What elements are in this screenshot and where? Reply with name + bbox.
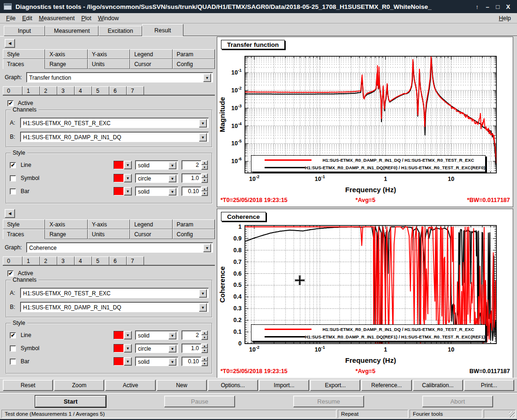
zoom-button[interactable]: Zoom <box>54 380 104 391</box>
symbol-color-select[interactable]: ▼ <box>114 344 132 353</box>
subtab-cursor[interactable]: Cursor <box>130 229 172 239</box>
active-checkbox[interactable]: ✔ <box>8 270 14 277</box>
bar-style-select[interactable]: solid▼ <box>135 357 178 366</box>
subtab-range[interactable]: Range <box>45 229 87 239</box>
export-button[interactable]: Export... <box>310 380 360 391</box>
line-width-stepper[interactable]: 2▲▼ <box>182 330 208 340</box>
line-style-select[interactable]: solid▼ <box>135 330 178 340</box>
panel-collapse-button[interactable]: ◀ <box>5 39 15 48</box>
transfer-function-plot-canvas[interactable]: 10-210-111010-110-210-310-410-510-6Frequ… <box>217 37 514 208</box>
spin-up-icon[interactable]: ▲ <box>201 344 208 348</box>
menu-window[interactable]: Window <box>95 14 122 22</box>
channel-b-select[interactable]: H1:SUS-ETMX_R0_DAMP_R_IN1_DQ ▼ <box>20 302 209 312</box>
chevron-down-icon[interactable]: ▼ <box>124 161 132 169</box>
trace-tab-7[interactable]: 7 <box>127 256 144 265</box>
chevron-down-icon[interactable]: ▼ <box>168 358 176 366</box>
trace-tab-3[interactable]: 3 <box>57 86 75 95</box>
reference-button[interactable]: Reference... <box>361 380 411 391</box>
trace-tab-0[interactable]: 0 <box>3 256 23 265</box>
new-button[interactable]: New <box>157 380 207 391</box>
resize-grip[interactable] <box>509 412 515 417</box>
spin-down-icon[interactable]: ▼ <box>201 178 208 183</box>
symbol-size-stepper[interactable]: 1.0▲▼ <box>182 344 208 353</box>
line-color-select[interactable]: ▼ <box>114 160 132 170</box>
chevron-down-icon[interactable]: ▼ <box>124 174 132 182</box>
subtab-param[interactable]: Param <box>173 49 215 59</box>
subtab-units[interactable]: Units <box>88 59 130 69</box>
active-checkbox[interactable]: ✔ <box>8 100 14 106</box>
tab-result[interactable]: Result <box>142 24 183 36</box>
symbol-style-select[interactable]: circle▼ <box>135 173 178 183</box>
line-width-stepper[interactable]: 2▲▼ <box>182 160 208 170</box>
graph-select[interactable]: Coherence ▼ <box>26 242 213 253</box>
symbol-color-select[interactable]: ▼ <box>114 173 132 183</box>
subtab-param[interactable]: Param <box>173 219 215 229</box>
symbol-checkbox[interactable] <box>10 345 16 352</box>
trace-tab-6[interactable]: 6 <box>109 256 127 265</box>
chevron-down-icon[interactable]: ▼ <box>199 303 207 312</box>
subtab-style[interactable]: Style <box>3 219 45 229</box>
menu-file[interactable]: File <box>3 14 19 22</box>
options-button[interactable]: Options... <box>208 380 258 391</box>
coherence-plot-canvas[interactable]: 10-210-111010.90.80.70.60.50.40.30.20.10… <box>217 209 514 379</box>
subtab-y-axis[interactable]: Y-axis <box>88 49 130 59</box>
chevron-down-icon[interactable]: ▼ <box>203 244 211 252</box>
line-style-select[interactable]: solid▼ <box>135 160 178 170</box>
trace-tab-5[interactable]: 5 <box>92 86 109 95</box>
tab-excitation[interactable]: Excitation <box>99 26 142 36</box>
subtab-config[interactable]: Config <box>173 229 215 239</box>
trace-tab-2[interactable]: 2 <box>40 86 57 95</box>
spin-down-icon[interactable]: ▼ <box>201 361 208 366</box>
restore-icon[interactable]: ↑ <box>472 3 482 10</box>
maximize-icon[interactable]: □ <box>493 3 503 10</box>
import-button[interactable]: Import... <box>259 380 309 391</box>
spin-up-icon[interactable]: ▲ <box>201 160 208 165</box>
menu-help[interactable]: Help <box>495 14 514 22</box>
chevron-down-icon[interactable]: ▼ <box>203 74 211 82</box>
subtab-legend[interactable]: Legend <box>130 49 172 59</box>
menu-plot[interactable]: Plot <box>78 14 95 22</box>
print-button[interactable]: Print... <box>464 380 514 391</box>
minimize-icon[interactable]: – <box>482 3 493 10</box>
active-button[interactable]: Active <box>105 380 155 391</box>
close-icon[interactable]: X <box>503 3 513 10</box>
subtab-legend[interactable]: Legend <box>130 219 172 229</box>
bar-color-select[interactable]: ▼ <box>114 187 132 196</box>
line-color-select[interactable]: ▼ <box>114 330 132 340</box>
chevron-down-icon[interactable]: ▼ <box>168 345 176 352</box>
trace-tab-7[interactable]: 7 <box>127 86 144 95</box>
spin-down-icon[interactable]: ▼ <box>201 348 208 353</box>
menu-measurement[interactable]: Measurement <box>36 14 78 22</box>
chevron-down-icon[interactable]: ▼ <box>124 331 132 339</box>
trace-tab-2[interactable]: 2 <box>40 256 57 265</box>
start-button[interactable]: Start <box>35 396 106 407</box>
trace-tab-3[interactable]: 3 <box>57 256 75 265</box>
line-checkbox[interactable]: ✔ <box>10 162 16 168</box>
chevron-down-icon[interactable]: ▼ <box>124 187 132 195</box>
chevron-down-icon[interactable]: ▼ <box>168 162 176 169</box>
subtab-cursor[interactable]: Cursor <box>130 59 172 69</box>
trace-tab-1[interactable]: 1 <box>23 256 40 265</box>
spin-down-icon[interactable]: ▼ <box>201 335 208 340</box>
spin-up-icon[interactable]: ▲ <box>201 173 208 178</box>
subtab-traces[interactable]: Traces <box>3 59 45 69</box>
chevron-down-icon[interactable]: ▼ <box>199 119 207 128</box>
subtab-config[interactable]: Config <box>173 59 215 69</box>
trace-tab-5[interactable]: 5 <box>92 256 109 265</box>
channel-b-select[interactable]: H1:SUS-ETMX_R0_DAMP_R_IN1_DQ ▼ <box>20 132 209 142</box>
trace-tab-0[interactable]: 0 <box>3 86 23 95</box>
chevron-down-icon[interactable]: ▼ <box>124 344 132 352</box>
subtab-x-axis[interactable]: X-axis <box>45 219 87 229</box>
spin-up-icon[interactable]: ▲ <box>201 357 208 361</box>
subtab-style[interactable]: Style <box>3 49 45 59</box>
trace-tab-6[interactable]: 6 <box>109 86 127 95</box>
panel-collapse-button[interactable]: ◀ <box>5 209 15 218</box>
bar-checkbox[interactable] <box>10 188 16 195</box>
symbol-size-stepper[interactable]: 1.0▲▼ <box>182 173 208 183</box>
chevron-down-icon[interactable]: ▼ <box>168 188 176 195</box>
trace-tab-4[interactable]: 4 <box>75 256 92 265</box>
subtab-units[interactable]: Units <box>88 229 130 239</box>
subtab-y-axis[interactable]: Y-axis <box>88 219 130 229</box>
bar-width-stepper[interactable]: 0.10▲▼ <box>182 357 208 366</box>
chevron-down-icon[interactable]: ▼ <box>168 175 176 182</box>
